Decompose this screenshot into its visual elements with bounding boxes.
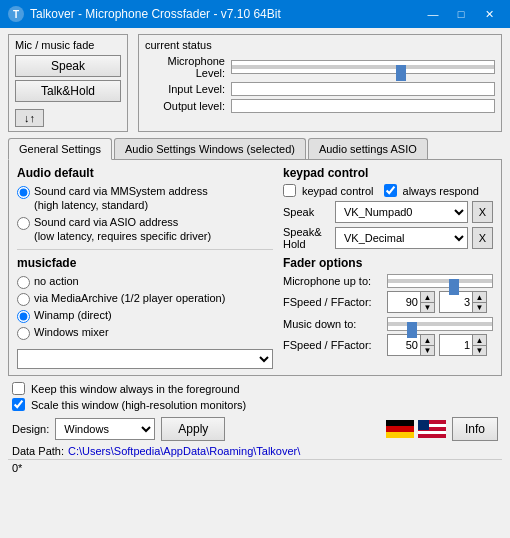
ffactor2-spinner-btns: ▲ ▼: [472, 335, 486, 355]
talk-hold-button[interactable]: Talk&Hold: [15, 80, 121, 102]
musicfade-winamp-label: Winamp (direct): [34, 308, 112, 322]
musicfade-combo[interactable]: [17, 349, 273, 369]
musicfade-windows-mixer-label: Windows mixer: [34, 325, 109, 339]
title-bar-left: T Talkover - Microphone Crossfader - v7.…: [8, 6, 281, 22]
mic-level-label: Microphone Level:: [145, 55, 225, 79]
ffactor1-input[interactable]: 3: [440, 292, 472, 312]
ffactor2-down-btn[interactable]: ▼: [472, 345, 486, 355]
fspeed1-down-btn[interactable]: ▼: [420, 302, 434, 312]
fspeed2-up-btn[interactable]: ▲: [420, 335, 434, 345]
speak-x-button[interactable]: X: [472, 201, 493, 223]
always-on-top-row: Keep this window always in the foregroun…: [12, 382, 498, 395]
ffactor1-up-btn[interactable]: ▲: [472, 292, 486, 302]
musicfade-winamp-input[interactable]: [17, 310, 30, 323]
tab-content: Audio default Sound card via MMSystem ad…: [8, 160, 502, 376]
top-section: Mic / music fade Speak Talk&Hold ↓↑ curr…: [8, 34, 502, 132]
mic-fade-box: Mic / music fade Speak Talk&Hold ↓↑: [8, 34, 128, 132]
fspeed2-label: FSpeed / FFactor:: [283, 339, 383, 351]
close-button[interactable]: ✕: [476, 4, 502, 24]
maximize-button[interactable]: □: [448, 4, 474, 24]
radio-mmsystem-input[interactable]: [17, 186, 30, 199]
flag-group: [386, 420, 446, 438]
mic-up-slider[interactable]: [388, 274, 492, 288]
fspeed2-spinner-group: 50 ▲ ▼ 1 ▲ ▼: [387, 334, 487, 356]
german-flag[interactable]: [386, 420, 414, 438]
window-controls: — □ ✕: [420, 4, 502, 24]
speak-button[interactable]: Speak: [15, 55, 121, 77]
output-level-row: Output level:: [145, 99, 495, 113]
mic-up-slider-container: [387, 274, 493, 288]
divider1: [17, 249, 273, 250]
ffactor1-down-btn[interactable]: ▼: [472, 302, 486, 312]
scale-row: Scale this window (high-resolution monit…: [12, 398, 498, 411]
music-down-slider[interactable]: [388, 317, 492, 331]
fspeed2-input[interactable]: 50: [388, 335, 420, 355]
mic-up-row: Microphone up to:: [283, 274, 493, 288]
swap-button[interactable]: ↓↑: [15, 109, 44, 127]
design-select[interactable]: Windows Classic Dark: [55, 418, 155, 440]
mic-level-slider[interactable]: [232, 61, 494, 73]
ffactor1-spinner-btns: ▲ ▼: [472, 292, 486, 312]
fspeed1-spinner: 90 ▲ ▼: [387, 291, 435, 313]
input-level-label: Input Level:: [145, 83, 225, 95]
keypad-row: keypad control always respond: [283, 184, 493, 197]
speak-vk-row: Speak VK_Numpad0 X: [283, 201, 493, 223]
ffactor2-up-btn[interactable]: ▲: [472, 335, 486, 345]
speak-vk-label: Speak: [283, 206, 331, 218]
keypad-control-checkbox[interactable]: [283, 184, 296, 197]
title-bar: T Talkover - Microphone Crossfader - v7.…: [0, 0, 510, 28]
musicfade-mediaarchive: via MediaArchive (1/2 player operation): [17, 291, 273, 306]
music-down-label: Music down to:: [283, 318, 383, 330]
always-respond-checkbox[interactable]: [384, 184, 397, 197]
fspeed2-down-btn[interactable]: ▼: [420, 345, 434, 355]
fspeed1-up-btn[interactable]: ▲: [420, 292, 434, 302]
speak-hold-vk-label: Speak&Hold: [283, 226, 331, 250]
music-down-row: Music down to:: [283, 317, 493, 331]
radio-asio-input[interactable]: [17, 217, 30, 230]
mmsystem-line1: Sound card via MMSystem address: [34, 184, 208, 198]
apply-button[interactable]: Apply: [161, 417, 225, 441]
input-level-bar: [231, 82, 495, 96]
tab-audio-asio[interactable]: Audio settings ASIO: [308, 138, 428, 159]
info-button[interactable]: Info: [452, 417, 498, 441]
musicfade-no-action-label: no action: [34, 274, 79, 288]
fspeed1-spinner-group: 90 ▲ ▼ 3 ▲ ▼: [387, 291, 487, 313]
tab-audio-windows[interactable]: Audio Settings Windows (selected): [114, 138, 306, 159]
speak-hold-x-button[interactable]: X: [472, 227, 493, 249]
output-level-label: Output level:: [145, 100, 225, 112]
bottom-toolbar: Design: Windows Classic Dark Apply Info: [8, 417, 502, 441]
status-text: 0*: [12, 462, 22, 474]
always-on-top-label: Keep this window always in the foregroun…: [31, 383, 240, 395]
always-on-top-checkbox[interactable]: [12, 382, 25, 395]
radio-asio: Sound card via ASIO address (low latency…: [17, 215, 273, 244]
fader-options-section: Fader options Microphone up to: FSpeed /…: [283, 256, 493, 356]
fspeed2-spinner-btns: ▲ ▼: [420, 335, 434, 355]
audio-default-group: Sound card via MMSystem address (high la…: [17, 184, 273, 243]
speak-vk-select[interactable]: VK_Numpad0: [335, 201, 468, 223]
bottom-section: Keep this window always in the foregroun…: [8, 382, 502, 411]
radio-mmsystem-label: Sound card via MMSystem address (high la…: [34, 184, 208, 213]
musicfade-windows-mixer: Windows mixer: [17, 325, 273, 340]
musicfade-no-action-input[interactable]: [17, 276, 30, 289]
input-level-row: Input Level:: [145, 82, 495, 96]
speak-hold-vk-select[interactable]: VK_Decimal: [335, 227, 468, 249]
scale-checkbox[interactable]: [12, 398, 25, 411]
always-respond-label: always respond: [403, 185, 479, 197]
musicfade-windows-mixer-input[interactable]: [17, 327, 30, 340]
musicfade-group: no action via MediaArchive (1/2 player o…: [17, 274, 273, 340]
status-bar: 0*: [8, 459, 502, 476]
ffactor2-input[interactable]: 1: [440, 335, 472, 355]
ffactor2-spinner: 1 ▲ ▼: [439, 334, 487, 356]
mic-level-bar: [231, 60, 495, 74]
radio-mmsystem: Sound card via MMSystem address (high la…: [17, 184, 273, 213]
musicfade-title: musicfade: [17, 256, 273, 270]
musicfade-mediaarchive-input[interactable]: [17, 293, 30, 306]
fspeed1-label: FSpeed / FFactor:: [283, 296, 383, 308]
data-path-label: Data Path:: [12, 445, 64, 457]
design-label: Design:: [12, 423, 49, 435]
minimize-button[interactable]: —: [420, 4, 446, 24]
fspeed1-input[interactable]: 90: [388, 292, 420, 312]
us-flag[interactable]: [418, 420, 446, 438]
tab-general-settings[interactable]: General Settings: [8, 138, 112, 160]
asio-line2: (low latency, requires specific driver): [34, 229, 211, 243]
